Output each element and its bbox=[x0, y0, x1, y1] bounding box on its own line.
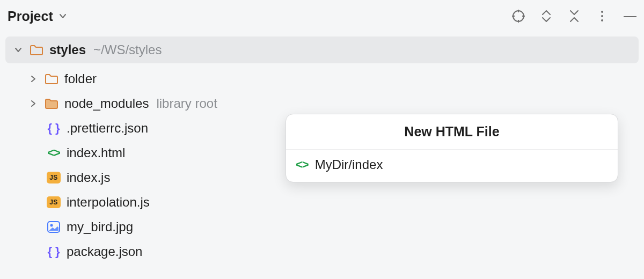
locate-icon[interactable] bbox=[511, 9, 526, 24]
html-icon: <> bbox=[46, 145, 61, 160]
folder-icon bbox=[29, 42, 44, 57]
tree-item-label: interpolation.js bbox=[67, 195, 150, 210]
popup-option-html[interactable]: <> bbox=[286, 150, 618, 182]
header-actions bbox=[511, 9, 638, 24]
more-icon[interactable] bbox=[595, 9, 610, 24]
tree-item-label: my_bird.jpg bbox=[67, 219, 133, 234]
json-icon: { } bbox=[46, 244, 61, 259]
toolwindow-header: Project bbox=[0, 0, 644, 32]
image-icon bbox=[46, 219, 61, 234]
popup-title: New HTML File bbox=[286, 114, 618, 150]
html-icon: <> bbox=[296, 158, 309, 172]
chevron-down-icon[interactable] bbox=[58, 12, 67, 20]
tree-item-label: .prettierrc.json bbox=[67, 121, 148, 136]
tree-item-my-bird[interactable]: my_bird.jpg bbox=[0, 215, 644, 239]
js-icon: JS bbox=[46, 195, 61, 210]
filename-input[interactable] bbox=[315, 157, 608, 172]
new-file-popup: New HTML File <> bbox=[286, 114, 618, 182]
tree-item-package-json[interactable]: { } package.json bbox=[0, 239, 644, 264]
js-icon: JS bbox=[46, 170, 61, 185]
chevron-right-icon[interactable] bbox=[28, 100, 39, 107]
tree-item-label: package.json bbox=[67, 244, 142, 259]
expand-collapse-icon[interactable] bbox=[539, 9, 554, 24]
tree-item-node-modules[interactable]: node_modules library root bbox=[0, 91, 644, 116]
tree-item-label: index.js bbox=[67, 170, 110, 185]
tree-item-folder[interactable]: folder bbox=[0, 67, 644, 91]
svg-point-5 bbox=[601, 11, 603, 13]
tree-item-label: node_modules bbox=[64, 96, 149, 111]
toolwindow-title: Project bbox=[8, 9, 53, 24]
svg-point-7 bbox=[601, 19, 603, 21]
library-folder-icon bbox=[44, 96, 59, 111]
tree-root-path: ~/WS/styles bbox=[93, 42, 162, 57]
tree-item-label: folder bbox=[64, 71, 97, 86]
header-left-group: Project bbox=[8, 9, 67, 24]
chevron-down-icon[interactable] bbox=[13, 46, 24, 54]
tree-item-label: index.html bbox=[67, 145, 125, 160]
svg-point-9 bbox=[50, 224, 53, 227]
minimize-icon[interactable] bbox=[623, 9, 638, 24]
tree-item-suffix: library root bbox=[156, 96, 217, 111]
collapse-all-icon[interactable] bbox=[567, 9, 582, 24]
svg-point-6 bbox=[601, 15, 603, 17]
folder-icon bbox=[44, 71, 59, 86]
chevron-right-icon[interactable] bbox=[28, 75, 39, 83]
json-icon: { } bbox=[46, 121, 61, 136]
tree-root-name: styles bbox=[49, 42, 86, 57]
tree-item-interpolation-js[interactable]: JS interpolation.js bbox=[0, 190, 644, 215]
tree-root[interactable]: styles ~/WS/styles bbox=[5, 36, 639, 63]
